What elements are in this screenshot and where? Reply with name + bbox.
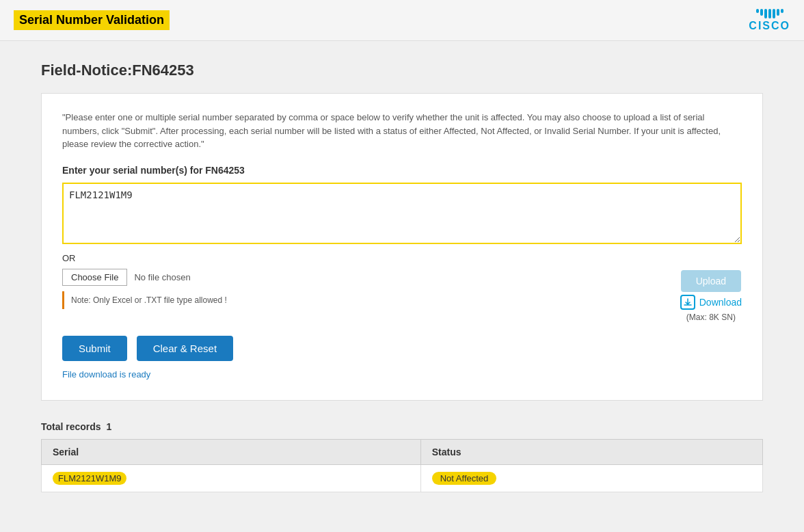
- cisco-bar-5: [773, 9, 775, 18]
- total-records: Total records 1: [41, 421, 763, 432]
- cisco-bar-1: [756, 9, 759, 13]
- app-header: Serial Number Validation CISCO: [0, 0, 804, 41]
- results-table-body: FLM2121W1M9Not Affected: [42, 464, 763, 492]
- clear-reset-button[interactable]: Clear & Reset: [137, 336, 233, 361]
- cisco-bar-4: [768, 9, 771, 18]
- description-text: "Please enter one or multiple serial num…: [62, 111, 742, 151]
- cisco-logo: CISCO: [749, 9, 790, 32]
- table-row: FLM2121W1M9Not Affected: [42, 464, 763, 492]
- total-records-count: 1: [106, 421, 111, 432]
- status-column-header: Status: [420, 439, 762, 464]
- max-sn-label: (Max: 8K SN): [686, 312, 736, 322]
- serial-label: Enter your serial number(s) for FN64253: [62, 165, 742, 176]
- upload-button[interactable]: Upload: [681, 270, 741, 292]
- upload-download-col: Upload Download (Max: 8K SN): [680, 269, 742, 322]
- cisco-bar-6: [777, 9, 779, 16]
- download-icon: [680, 295, 695, 310]
- status-cell: Not Affected: [420, 464, 762, 492]
- file-input-row: Choose File No file chosen: [62, 269, 667, 286]
- file-download-ready-link[interactable]: File download is ready: [62, 369, 742, 380]
- form-card: "Please enter one or multiple serial num…: [41, 93, 763, 401]
- results-table-header: Serial Status: [42, 439, 763, 464]
- serial-value: FLM2121W1M9: [53, 472, 126, 485]
- submit-button[interactable]: Submit: [62, 336, 127, 361]
- status-value: Not Affected: [432, 472, 497, 485]
- choose-file-button[interactable]: Choose File: [62, 269, 127, 286]
- serial-textarea[interactable]: [62, 183, 742, 244]
- buttons-row: Submit Clear & Reset: [62, 336, 742, 361]
- file-row: Choose File No file chosen Note: Only Ex…: [62, 269, 742, 322]
- download-label: Download: [699, 297, 742, 308]
- serial-column-header: Serial: [42, 439, 421, 464]
- total-records-label: Total records: [41, 421, 101, 432]
- cisco-bar-3: [764, 9, 767, 18]
- file-left-col: Choose File No file chosen Note: Only Ex…: [62, 269, 667, 309]
- download-row[interactable]: Download: [680, 295, 742, 310]
- results-table: Serial Status FLM2121W1M9Not Affected: [41, 439, 763, 492]
- serial-cell: FLM2121W1M9: [42, 464, 421, 492]
- main-content: Field-Notice:FN64253 "Please enter one o…: [0, 41, 804, 527]
- results-section: Total records 1 Serial Status FLM2121W1M…: [41, 421, 763, 506]
- cisco-bar-2: [760, 9, 763, 16]
- cisco-wordmark: CISCO: [749, 20, 790, 32]
- no-file-label: No file chosen: [134, 272, 190, 282]
- file-note: Note: Only Excel or .TXT file type allow…: [62, 291, 667, 309]
- page-title: Field-Notice:FN64253: [41, 62, 763, 79]
- cisco-bars-icon: [756, 9, 783, 18]
- app-title: Serial Number Validation: [14, 10, 170, 30]
- cisco-bar-7: [781, 9, 783, 13]
- or-label: OR: [62, 253, 742, 263]
